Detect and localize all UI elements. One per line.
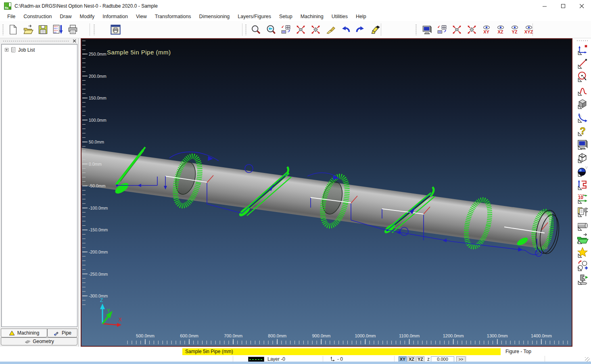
open-jobs-folder-tool-button[interactable] [576,233,589,245]
machine-simulation-tool-button[interactable] [576,273,589,286]
menu-information[interactable]: Information [98,12,132,21]
viewport: Z Y X 250.0mm200.0mm150.0mm100.0mm50.0mm… [81,38,572,347]
zoom-extents-2-icon [451,24,462,35]
h-ruler-label: 1400.0mm [531,333,552,338]
menu-setup[interactable]: Setup [275,12,297,21]
menu-transformations[interactable]: Transformations [151,12,195,21]
machining-warning-icon [9,330,15,336]
arc-tool-button[interactable] [576,111,589,124]
rotation-axis-icon [330,356,336,362]
render-monitor-tool-button[interactable] [576,138,589,151]
job-tools-tool-button[interactable] [576,206,589,218]
undo-button[interactable] [338,23,353,37]
view-button-label: XY [483,29,489,34]
menu-file[interactable]: File [3,12,19,21]
maximize-button[interactable] [554,0,572,12]
menu-construction[interactable]: Construction [19,12,56,21]
app-window: Ra C:\Radm-ax DRGS\Nest Option Nest-0 - … [0,0,591,364]
view-button-label: YZ [512,29,517,34]
toolbar-gripper[interactable] [2,25,4,35]
nc-output-icon: GOIXGOIYGOIXGO! [52,24,63,35]
status-separator [545,356,545,362]
viewport-canvas[interactable]: Z Y X 250.0mm200.0mm150.0mm100.0mm50.0mm… [81,39,572,346]
menu-help[interactable]: Help [352,12,370,21]
menu-view[interactable]: View [132,12,151,21]
render-monitor-icon [422,24,432,35]
view-toolbar-group [249,23,383,37]
zoom-button[interactable] [249,23,263,37]
solid-cube-tool-button[interactable] [576,98,589,110]
regenerate-tool-button[interactable] [576,260,589,272]
viewport-layout-button[interactable] [278,23,293,37]
machine-simulation-icon [576,273,589,285]
view-xy-button[interactable]: XY [479,23,493,37]
v-ruler-label: -150.0mm [89,227,108,232]
app-icon-corner [8,3,11,6]
viewport-layout-2-button[interactable] [434,23,449,37]
new-document-button[interactable] [6,23,21,37]
open-file-icon [23,24,33,35]
print-button[interactable] [65,23,80,37]
window-bottom-edge [0,362,591,364]
tree-row-job-list[interactable]: Job List [2,44,77,53]
line-tool-button[interactable] [576,57,589,70]
save-button[interactable] [36,23,50,37]
h-ruler-label: 1300.0mm [487,333,508,338]
view-yz-button[interactable]: YZ [507,23,522,37]
toolbar-gripper[interactable] [416,25,417,35]
print-preview-button[interactable] [108,23,123,37]
tab-pipe[interactable]: Pipe [47,329,77,337]
close-button[interactable] [572,0,591,12]
menu-utilities[interactable]: Utilities [328,12,352,21]
zoom-previous-button[interactable] [263,23,278,37]
tab-label: Geometry [33,339,54,344]
view-xyz-button[interactable]: XYZ [522,23,536,37]
panel-close-button[interactable] [72,39,77,43]
rotation-value: - 0 [337,356,343,362]
erase-button[interactable] [368,23,383,37]
panel-tabs: Machining Pipe Geomet [1,329,77,345]
toolbar-gripper[interactable] [577,40,589,41]
redo-button[interactable] [353,23,368,37]
eye-icon [524,25,533,29]
help-tool-button[interactable]: ? [576,125,589,137]
minimize-button[interactable] [535,0,554,12]
nc-output-button[interactable]: GOIXGOIYGOIXGO! [50,23,65,37]
menu-layers-figures[interactable]: Layers/Figures [234,12,275,21]
open-file-button[interactable] [21,23,36,37]
menu-draw[interactable]: Draw [56,12,75,21]
profile-tool-button[interactable] [576,84,589,97]
view-sphere-tool-button[interactable] [576,165,589,178]
tab-geometry[interactable]: Geometry [1,337,77,345]
svg-text:X: X [119,317,122,322]
auto-dimension-tool-button[interactable]: 10 [576,192,589,205]
favorites-tool-button[interactable] [576,246,589,259]
zoom-scale-2-button[interactable] [464,23,479,37]
minimize-icon [543,4,547,8]
zoom-scale-button[interactable] [308,23,323,37]
menu-modify[interactable]: Modify [76,12,99,21]
circle-tool-button[interactable] [576,71,589,83]
panel-gripper[interactable] [3,41,70,42]
zoom-extents-2-button[interactable] [449,23,464,37]
z-coordinate-label: z [427,356,430,362]
render-monitor-button[interactable] [420,23,434,37]
zoom-extents-button[interactable] [293,23,308,37]
tree-expander-icon[interactable] [5,48,8,52]
toolbar-gripper[interactable] [94,25,95,35]
measure-tool-button[interactable] [576,179,589,191]
view-xz-button[interactable]: XZ [493,23,507,37]
render-monitor-icon [576,138,589,150]
menu-dimensioning[interactable]: Dimensioning [195,12,234,21]
toolbar-gripper[interactable] [245,25,246,35]
pipe-tool-button[interactable] [576,219,589,232]
redraw-button[interactable] [323,23,338,37]
display-toolbar-group: XYXZYZXYZ [420,23,536,37]
wireframe-cube-tool-button[interactable] [576,152,589,164]
dimension-tool-button[interactable] [576,44,589,56]
menu-machining[interactable]: Machining [297,12,328,21]
tab-machining[interactable]: Machining [1,329,47,337]
tree-label: Job List [18,47,35,53]
preview-toolbar-group [108,23,123,37]
svg-text:10: 10 [578,194,584,200]
